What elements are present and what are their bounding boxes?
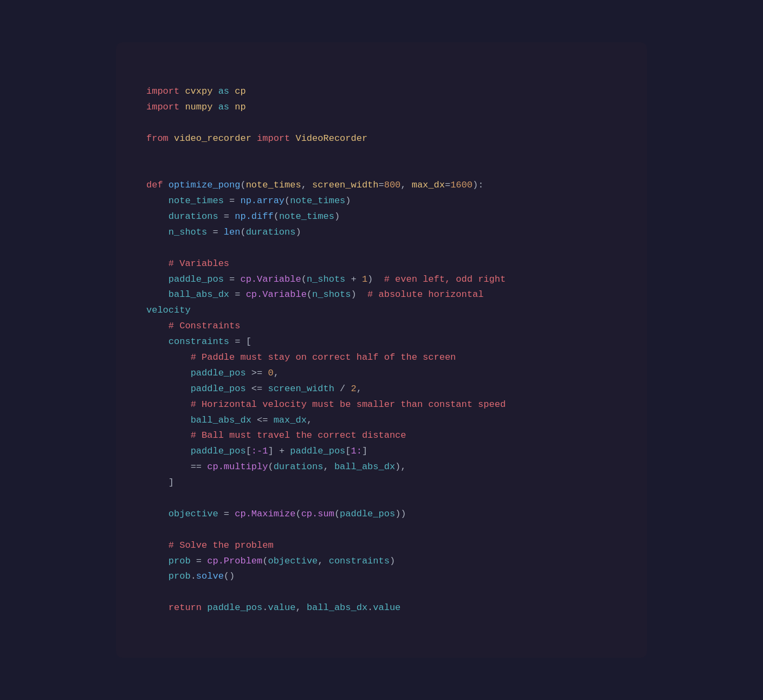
- comment-paddle-half: # Paddle must stay on correct half of th…: [191, 352, 456, 362]
- var-objective: objective: [169, 509, 218, 519]
- num-1600: 1600: [450, 180, 473, 190]
- param-max-dx: max_dx: [412, 180, 445, 190]
- var-note-times: note_times: [169, 196, 224, 206]
- len-call: len: [224, 227, 241, 237]
- cp-variable-call: cp.Variable: [240, 274, 301, 284]
- comment-constraints: # Constraints: [169, 321, 241, 331]
- keyword-import2: import: [146, 102, 179, 112]
- comment-horiz-velocity: # Horizontal velocity must be smaller th…: [191, 399, 506, 410]
- cp-multiply-call: cp.multiply: [207, 462, 268, 472]
- prob-solve-call: solve: [196, 571, 224, 581]
- var-constraints: constraints: [169, 336, 229, 347]
- var-n-shots: n_shots: [169, 227, 207, 237]
- code-window: import cvxpy as cp import numpy as np fr…: [116, 42, 647, 658]
- alias-np: np: [235, 102, 245, 112]
- attr-value2: value: [373, 602, 400, 613]
- slice-start: :-1: [251, 446, 268, 456]
- var-ball-abs-dx: ball_abs_dx: [169, 289, 229, 300]
- module-numpy: numpy: [185, 102, 212, 112]
- comment-solve: # Solve the problem: [169, 540, 274, 550]
- comment-ball-travel: # Ball must travel the correct distance: [191, 430, 406, 440]
- comment-variables: # Variables: [169, 258, 229, 269]
- comment-absolute-horiz: # absolute horizontal: [367, 289, 483, 300]
- keyword-as: as: [218, 86, 229, 96]
- cp-problem-call: cp.Problem: [207, 556, 262, 566]
- alias-cp: cp: [235, 86, 245, 96]
- num-800: 800: [384, 180, 401, 190]
- var-paddle-pos: paddle_pos: [169, 274, 224, 284]
- keyword-as2: as: [218, 102, 229, 112]
- keyword-def: def: [146, 180, 163, 190]
- module-video-recorder: video_recorder: [174, 133, 251, 144]
- slice-end: 1:: [351, 446, 362, 456]
- function-name: optimize_pong: [169, 180, 241, 190]
- param-screen-width: screen_width: [312, 180, 378, 190]
- param-note-times: note_times: [246, 180, 301, 190]
- attr-value1: value: [268, 602, 295, 613]
- keyword-return: return: [169, 602, 202, 613]
- cp-maximize-call: cp.Maximize: [235, 509, 295, 519]
- cp-sum-call: cp.sum: [301, 509, 334, 519]
- cp-variable-call2: cp.Variable: [246, 289, 307, 300]
- keyword-import: import: [146, 86, 179, 96]
- np-array-call: np.array: [240, 196, 284, 206]
- var-prob: prob: [169, 556, 191, 566]
- comment-even-left: # even left, odd right: [384, 274, 506, 284]
- var-velocity-cont: velocity: [146, 305, 191, 315]
- keyword-import3: import: [257, 133, 290, 144]
- keyword-from: from: [146, 133, 169, 144]
- class-video-recorder: VideoRecorder: [295, 133, 367, 144]
- code-content: import cvxpy as cp import numpy as np fr…: [146, 68, 617, 632]
- var-durations: durations: [169, 211, 218, 222]
- np-diff-call: np.diff: [235, 211, 273, 222]
- module-cvxpy: cvxpy: [185, 86, 212, 96]
